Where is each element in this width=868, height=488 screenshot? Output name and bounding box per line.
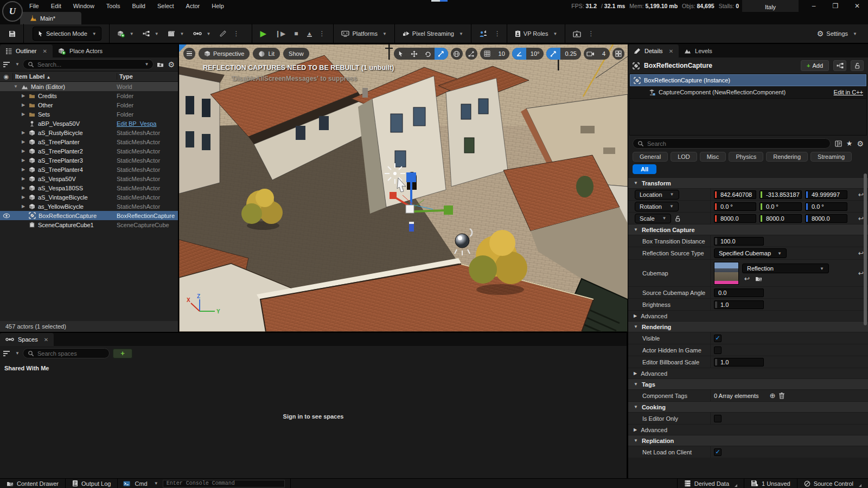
- visible-checkbox[interactable]: ✓: [714, 335, 722, 342]
- expander-icon[interactable]: ▼: [13, 84, 18, 89]
- menu-file[interactable]: File: [29, 3, 39, 9]
- rotation-y-field[interactable]: 0.0 °: [760, 202, 802, 211]
- details-search-input[interactable]: Search: [633, 138, 831, 149]
- collaboration-button[interactable]: [475, 27, 492, 41]
- outliner-row-aS_Vespa50V[interactable]: ▶aS_Vespa50VStaticMeshActor: [0, 174, 178, 183]
- filter-icon[interactable]: [3, 61, 10, 68]
- revert-icon[interactable]: ↩: [858, 215, 864, 222]
- location-z-field[interactable]: 49.999997: [805, 190, 847, 199]
- category-pill-rendering[interactable]: Rendering: [766, 152, 808, 162]
- scrollbar[interactable]: [864, 174, 867, 325]
- close-icon[interactable]: ✕: [669, 48, 673, 54]
- outliner-row-aS_TreePlanter3[interactable]: ▶aS_TreePlanter3StaticMeshActor: [0, 156, 178, 165]
- add-actor-dropdown[interactable]: ▼: [113, 27, 138, 41]
- landscape-tool-button[interactable]: [215, 27, 231, 41]
- outliner-row-as_YellowBicycle[interactable]: ▶as_YellowBicycleStaticMeshActor: [0, 202, 178, 211]
- move-tool-icon[interactable]: [407, 48, 421, 60]
- outliner-row-Credits[interactable]: ▶CreditsFolder: [0, 91, 178, 100]
- section-tags[interactable]: ▼Tags: [628, 378, 868, 389]
- perspective-dropdown[interactable]: Perspective: [199, 48, 250, 60]
- add-component-button[interactable]: +Add: [801, 60, 829, 71]
- source-type-dropdown[interactable]: Specified Cubemap▼: [714, 248, 787, 258]
- tab-outliner[interactable]: Outliner ✕: [0, 44, 53, 57]
- close-button[interactable]: ✕: [846, 0, 868, 12]
- show-dropdown[interactable]: Show: [283, 48, 309, 60]
- expander-icon[interactable]: ▶: [21, 158, 26, 163]
- section-reflection-capture[interactable]: ▼Reflection Capture: [628, 224, 868, 235]
- section-rendering[interactable]: ▼Rendering: [628, 321, 868, 332]
- menu-edit[interactable]: Edit: [51, 3, 61, 9]
- menu-window[interactable]: Window: [73, 3, 94, 9]
- cmd-dropdown[interactable]: Cmd: [135, 480, 147, 487]
- advanced-expander[interactable]: ▶Advanced: [628, 310, 868, 321]
- minimize-button[interactable]: –: [803, 0, 825, 12]
- level-viewport[interactable]: Z X Y Perspective Lit Show REFLECTION CA…: [179, 44, 628, 332]
- expander-icon[interactable]: ▶: [21, 204, 26, 209]
- expander-icon[interactable]: ▶: [21, 130, 26, 135]
- derived-data-button[interactable]: Derived Data: [677, 479, 744, 488]
- menu-select[interactable]: Select: [157, 3, 174, 9]
- component-row-instance[interactable]: BoxReflectionCapture (Instance): [630, 74, 866, 86]
- frame-skip-button[interactable]: ❙▶: [271, 27, 290, 41]
- menu-build[interactable]: Build: [132, 3, 145, 9]
- spaces-filter-icon[interactable]: [3, 350, 10, 357]
- edit-blueprint-link[interactable]: Edit BP_Vespa: [117, 120, 156, 127]
- actor-hidden-checkbox[interactable]: [714, 346, 722, 354]
- outliner-row-Sets[interactable]: ▶SetsFolder: [0, 110, 178, 119]
- spaces-filter-chevron-icon[interactable]: ▼: [15, 351, 20, 356]
- category-pill-physics[interactable]: Physics: [729, 152, 763, 162]
- source-control-button[interactable]: Source Control: [797, 479, 868, 488]
- revert-icon[interactable]: ↩: [858, 249, 864, 257]
- close-icon[interactable]: ✕: [44, 337, 48, 343]
- rotation-dropdown[interactable]: Rotation▼: [635, 202, 679, 211]
- category-pill-lod[interactable]: LOD: [671, 152, 697, 162]
- tab-place-actors[interactable]: Place Actors: [53, 44, 108, 57]
- rotation-z-field[interactable]: 0.0 °: [805, 202, 847, 211]
- settings-dropdown[interactable]: ⚙ Settings▼: [813, 27, 861, 41]
- cubemap-angle-field[interactable]: 0.0: [714, 288, 764, 297]
- spaces-toolbar-dropdown[interactable]: ▼: [189, 27, 215, 41]
- rotation-snap-control[interactable]: 10°: [512, 48, 544, 60]
- expander-icon[interactable]: ▶: [21, 112, 26, 117]
- play-button[interactable]: ▶: [256, 27, 271, 41]
- virtual-camera-button[interactable]: [569, 27, 585, 41]
- menu-help[interactable]: Help: [212, 3, 224, 9]
- pixel-streaming-dropdown[interactable]: Pixel Streaming▼: [398, 27, 468, 41]
- browse-to-asset-icon[interactable]: [755, 275, 762, 282]
- expander-icon[interactable]: ▶: [21, 176, 26, 181]
- eye-column-icon[interactable]: ◉: [0, 73, 13, 80]
- expander-icon[interactable]: ▶: [21, 139, 26, 144]
- trash-icon[interactable]: [778, 392, 785, 399]
- category-pill-general[interactable]: General: [633, 152, 668, 162]
- scale-dropdown[interactable]: Scale▼: [635, 214, 671, 223]
- location-dropdown[interactable]: Location▼: [635, 190, 679, 200]
- outliner-row-aS_RustyBicycle[interactable]: ▶aS_RustyBicycleStaticMeshActor: [0, 128, 178, 137]
- use-selected-asset-icon[interactable]: ↩: [744, 275, 750, 282]
- outliner-row-Other[interactable]: ▶OtherFolder: [0, 100, 178, 110]
- blueprint-convert-icon[interactable]: [833, 60, 846, 71]
- console-command-input[interactable]: Enter Console Command: [163, 480, 285, 487]
- favorites-icon[interactable]: ★: [846, 139, 853, 147]
- display-options-icon[interactable]: [835, 140, 842, 147]
- outliner-row-Main (Editor)[interactable]: ▼Main (Editor)World: [0, 82, 178, 91]
- lit-dropdown[interactable]: Lit: [253, 48, 280, 60]
- cubemap-thumbnail[interactable]: [714, 262, 739, 285]
- scale-z-field[interactable]: 8000.0: [805, 214, 847, 223]
- section-replication[interactable]: ▼Replication: [628, 435, 868, 446]
- selection-mode-dropdown[interactable]: Selection Mode ▼: [33, 27, 101, 41]
- vp-roles-dropdown[interactable]: VP Roles▼: [510, 27, 562, 41]
- billboard-scale-field[interactable]: 1.0: [714, 358, 764, 367]
- outliner-row-aS_TreePlanter[interactable]: ▶aS_TreePlanterStaticMeshActor: [0, 137, 178, 146]
- grid-snap-control[interactable]: 10: [480, 48, 509, 60]
- scale-lock-icon[interactable]: [674, 215, 681, 222]
- net-load-checkbox[interactable]: ✓: [714, 448, 722, 456]
- add-element-icon[interactable]: ⊕: [770, 391, 776, 400]
- outliner-row-aS_Vespa180SS[interactable]: ▶aS_Vespa180SSStaticMeshActor: [0, 183, 178, 192]
- section-transform[interactable]: ▼Transform: [628, 177, 868, 188]
- tab-spaces[interactable]: Spaces ✕: [0, 333, 54, 346]
- platforms-dropdown[interactable]: Platforms▼: [337, 27, 391, 41]
- world-local-toggle-icon[interactable]: [451, 48, 463, 60]
- visibility-eye-icon[interactable]: [0, 213, 13, 219]
- close-icon[interactable]: ✕: [43, 48, 47, 54]
- outliner-settings-icon[interactable]: ⚙: [168, 60, 175, 69]
